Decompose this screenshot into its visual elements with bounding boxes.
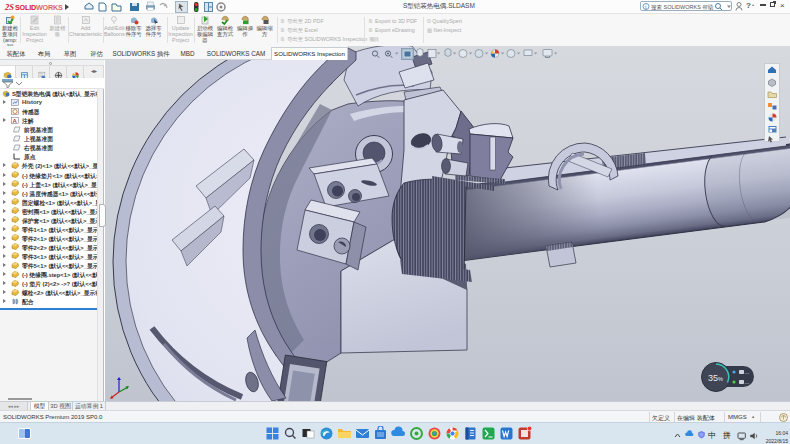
- svg-text:SOLIDWORKS: SOLIDWORKS: [15, 3, 63, 12]
- svg-text:kb/s: kb/s: [745, 382, 750, 385]
- svg-text:2S: 2S: [4, 2, 14, 12]
- svg-text:kb/s: kb/s: [745, 372, 750, 375]
- svg-text:i: i: [645, 4, 647, 10]
- svg-text:A: A: [13, 117, 18, 123]
- svg-text:搜索 SOLIDWORKS 帮助: 搜索 SOLIDWORKS 帮助: [651, 4, 714, 11]
